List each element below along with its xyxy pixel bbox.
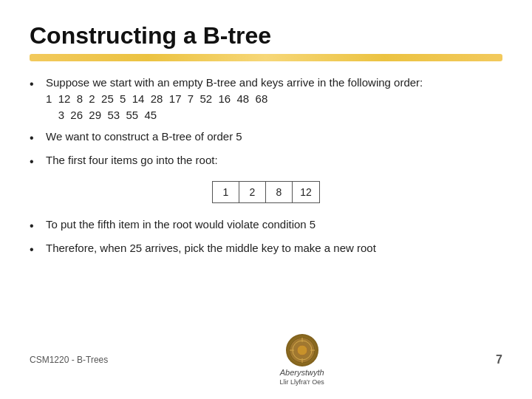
list-item: • Therefore, when 25 arrives, pick the m…: [30, 240, 502, 258]
footer: CSM1220 - B-Trees AberystwythLlir Llyfra…: [30, 334, 502, 386]
bullet-text: We want to construct a B-tree of order 5: [46, 129, 502, 145]
list-item: • We want to construct a B-tree of order…: [30, 129, 502, 146]
bullet-text: The first four items go into the root:: [46, 152, 502, 168]
slide: Constructing a B-tree • Suppose we start…: [0, 0, 532, 399]
bullet-list-top: • Suppose we start with an empty B-tree …: [30, 75, 502, 171]
bullet-text: Suppose we start with an empty B-tree an…: [46, 75, 502, 123]
logo-text: AberystwythLlir Llyfra'r Oes: [280, 368, 324, 386]
btree-cell-2: 2: [239, 182, 266, 202]
page-title: Constructing a B-tree: [30, 22, 502, 50]
logo-emblem: [286, 334, 318, 366]
bullet-dot: •: [30, 129, 43, 146]
list-item: • To put the fifth item in the root woul…: [30, 216, 502, 234]
logo-svg: [289, 337, 316, 364]
footer-logo: AberystwythLlir Llyfra'r Oes: [280, 334, 324, 386]
page-number: 7: [496, 353, 502, 366]
bullet-dot: •: [30, 75, 43, 92]
bullet-dot: •: [30, 153, 43, 170]
btree-cell-3: 8: [266, 182, 293, 202]
bullet-dot: •: [30, 217, 43, 234]
bullet-text: Therefore, when 25 arrives, pick the mid…: [46, 240, 502, 256]
bullet-list-bottom: • To put the fifth item in the root woul…: [30, 216, 502, 258]
list-item: • Suppose we start with an empty B-tree …: [30, 75, 502, 123]
btree-cell-4: 12: [293, 182, 319, 202]
svg-point-2: [297, 345, 307, 355]
list-item: • The first four items go into the root:: [30, 152, 502, 170]
btree-node: 1 2 8 12: [212, 181, 320, 203]
bullet-text: To put the fifth item in the root would …: [46, 216, 502, 233]
bullet-dot: •: [30, 241, 43, 258]
btree-diagram: 1 2 8 12: [30, 181, 502, 203]
footer-label: CSM1220 - B-Trees: [30, 355, 108, 365]
btree-cell-1: 1: [213, 182, 239, 202]
title-underline: [30, 54, 502, 61]
